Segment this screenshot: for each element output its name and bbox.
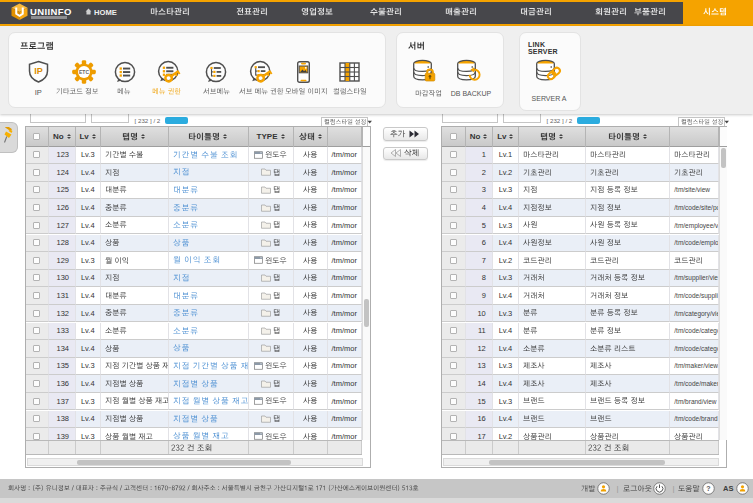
svg-text:?: ? <box>706 485 710 492</box>
svg-text:ETC: ETC <box>79 69 89 75</box>
svg-text:IP: IP <box>34 66 43 76</box>
